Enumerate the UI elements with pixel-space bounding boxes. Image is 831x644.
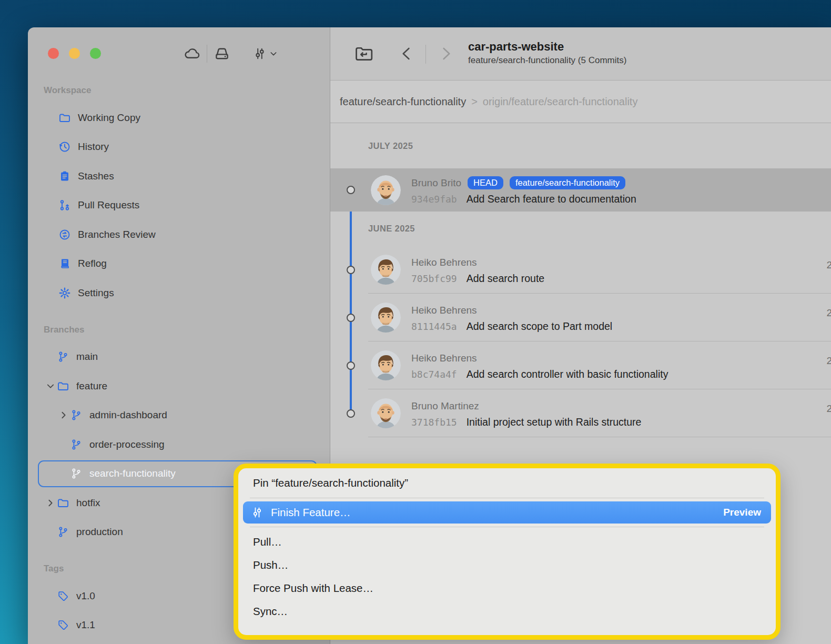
menu-item-pin-feature-search-functionality[interactable]: Pin “feature/search-functionality” (238, 471, 776, 495)
gitflow-icon[interactable] (248, 43, 271, 64)
sidebar-item-working-copy[interactable]: Working Copy (28, 103, 330, 133)
tag-icon (56, 589, 70, 603)
menu-item-label: Pin “feature/search-functionality” (253, 477, 408, 489)
commit-hash: 3718fb15 (411, 417, 457, 428)
month-header: JUNE 2025 (330, 212, 831, 246)
sidebar-item-label: Reflog (78, 258, 107, 269)
menu-item-sync[interactable]: Sync… (238, 600, 776, 623)
commit-message: Add search controller with basic functio… (467, 368, 668, 380)
chevron-down-icon[interactable] (269, 49, 278, 58)
sidebar-item-pull-requests[interactable]: Pull Requests (28, 191, 330, 220)
month-header: JULY 2025 (330, 123, 831, 168)
commit-date-truncated: 2 (826, 403, 831, 415)
menu-item-label: Sync… (253, 605, 288, 618)
header-divider (425, 45, 426, 64)
sidebar-item-label: v1.0 (76, 590, 95, 602)
branch-icon (56, 525, 70, 539)
sidebar-item-main[interactable]: main (28, 343, 330, 372)
avatar (371, 255, 401, 285)
sidebar-item-order-processing[interactable]: order-processing (28, 430, 330, 459)
back-to-repositories-button[interactable] (353, 44, 373, 64)
chevron-right-icon[interactable] (58, 410, 69, 420)
commit-hash: 705bfc99 (411, 273, 457, 284)
repo-header: car-parts-website feature/search-functio… (330, 27, 831, 80)
commit-row[interactable]: Bruno Martinez3718fb15Initial project se… (330, 389, 831, 437)
toolbar-divider (207, 45, 207, 63)
menu-item-force-push-with-lease[interactable]: Force Push with Lease… (238, 577, 776, 600)
commit-graph-node (347, 314, 355, 322)
chevron-down-icon[interactable] (45, 381, 56, 391)
history-forward-button[interactable] (438, 44, 454, 64)
sidebar-item-label: Settings (78, 287, 114, 299)
sidebar-section-workspace: Workspace (28, 78, 330, 103)
commit-row[interactable]: Heiko Behrens705bfc99Add search route2 (330, 246, 831, 294)
menu-item-pull[interactable]: Pull… (238, 530, 776, 554)
folder-icon (58, 111, 72, 125)
breadcrumb-separator: > (471, 96, 478, 108)
commit-graph-node (347, 266, 355, 274)
commit-date-truncated: 2 (826, 355, 831, 367)
commit-author: Heiko Behrens (411, 257, 477, 268)
branch-icon (69, 467, 83, 480)
sidebar-item-reflog[interactable]: Reflog (28, 249, 330, 279)
branch-badge: feature/search-functionality (510, 176, 625, 189)
chevron-right-icon[interactable] (45, 498, 56, 508)
head-badge: HEAD (468, 176, 503, 189)
breadcrumb-current-branch[interactable]: feature/search-functionality (340, 96, 466, 108)
menu-item-label: Finish Feature… (271, 506, 351, 519)
menu-item-label: Force Push with Lease… (253, 582, 373, 595)
stash-icon (58, 169, 72, 183)
sidebar-item-label: main (76, 351, 98, 363)
branch-icon (56, 350, 70, 364)
commit-author: Heiko Behrens (411, 305, 477, 316)
breadcrumb-tracking-branch[interactable]: origin/feature/search-functionality (483, 96, 638, 108)
menu-separator (250, 498, 764, 498)
branch-icon (69, 408, 83, 422)
sidebar-item-label: v1.1 (76, 619, 95, 631)
folder-icon (56, 496, 70, 510)
cloud-icon[interactable] (180, 43, 204, 64)
menu-item-push[interactable]: Push… (238, 554, 776, 577)
sidebar-item-label: History (78, 141, 109, 153)
zoom-window-button[interactable] (90, 48, 101, 59)
commit-author: Heiko Behrens (411, 353, 477, 364)
minimize-window-button[interactable] (69, 48, 80, 59)
commit-graph-node (347, 409, 355, 418)
drive-icon[interactable] (210, 43, 234, 64)
commit-row[interactable]: Heiko Behrensb8c74a4fAdd search controll… (330, 341, 831, 389)
reflog-icon (58, 257, 72, 270)
review-icon (58, 228, 72, 242)
sidebar-item-feature[interactable]: feature (28, 371, 330, 401)
commit-author: Bruno Martinez (411, 400, 479, 412)
sidebar-item-admin-dashboard[interactable]: admin-dashboard (28, 401, 330, 430)
menu-item-label: Push… (253, 559, 288, 571)
sidebar-item-label: Working Copy (78, 112, 140, 124)
branch-breadcrumb-bar: feature/search-functionality > origin/fe… (330, 80, 831, 123)
menu-item-finish-feature[interactable]: Finish Feature…Preview (243, 501, 771, 524)
sidebar-item-history[interactable]: History (28, 133, 330, 162)
commit-row[interactable]: Bruno BritoHEADfeature/search-functional… (330, 168, 831, 212)
commit-date-truncated: 2 (826, 307, 831, 319)
gitflow-icon (251, 506, 264, 519)
sidebar-toolbar (180, 43, 278, 64)
menu-separator (250, 527, 764, 527)
preview-badge: Preview (723, 507, 761, 518)
sidebar-section-branches: Branches (28, 317, 330, 343)
commit-message: Add search scope to Part model (467, 320, 613, 333)
commit-hash: 8111445a (411, 321, 457, 332)
commit-row[interactable]: Heiko Behrens8111445aAdd search scope to… (330, 294, 831, 341)
avatar (371, 398, 401, 428)
sidebar-item-branches-review[interactable]: Branches Review (28, 220, 330, 249)
menu-item-label: Pull… (253, 536, 282, 548)
commit-hash: 934e9fab (411, 194, 457, 205)
commit-date-truncated: 2 (826, 259, 831, 271)
close-window-button[interactable] (48, 48, 59, 59)
gear-icon (58, 286, 72, 300)
avatar (371, 175, 401, 205)
sidebar-item-settings[interactable]: Settings (28, 278, 330, 308)
commit-message: Add search route (467, 273, 545, 285)
sidebar-item-stashes[interactable]: Stashes (28, 162, 330, 191)
row-separator (368, 437, 831, 437)
history-back-button[interactable] (399, 44, 414, 64)
sidebar-item-label: Branches Review (78, 229, 156, 240)
